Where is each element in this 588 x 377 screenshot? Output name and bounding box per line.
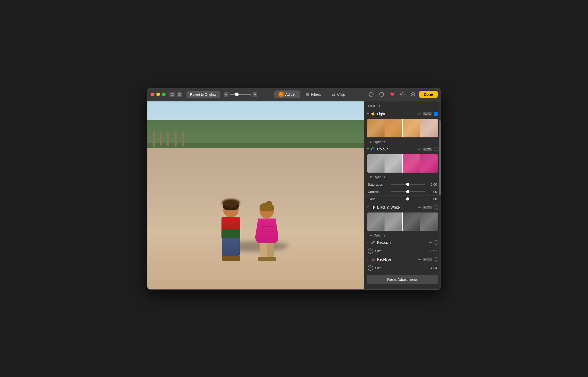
saturation-thumb[interactable] — [406, 183, 409, 186]
colour-thumb-strip[interactable] — [367, 154, 438, 173]
colour-thumb-3[interactable] — [403, 154, 421, 173]
retouch-actions: ↩ — [429, 240, 438, 245]
cast-thumb[interactable] — [406, 197, 409, 200]
fullscreen-button[interactable] — [162, 93, 166, 96]
favorite-button[interactable] — [388, 90, 396, 99]
retouch-chevron-icon: ▼ — [367, 241, 369, 244]
girl-head — [260, 203, 274, 218]
share-button[interactable] — [377, 90, 386, 99]
redeye-section-header[interactable]: ▼ Red-Eye ↩ AUTO — [364, 255, 441, 264]
single-view-button[interactable] — [169, 92, 175, 97]
contrast-thumb[interactable] — [406, 190, 409, 193]
adjust-panel: ADJUST ▼ ☀️ Light ↩ AUTO ✓ — [364, 101, 441, 289]
retouch-section-header[interactable]: ▼ Retouch ↩ — [364, 238, 441, 247]
revert-button[interactable]: Revert to Original — [187, 91, 220, 98]
colour-reset-icon[interactable]: ↩ — [418, 147, 421, 151]
colour-thumb-2[interactable] — [385, 154, 403, 173]
adjust-tab-label: Adjust — [285, 92, 295, 96]
info-button[interactable]: i — [367, 90, 375, 99]
contrast-track[interactable] — [391, 191, 425, 192]
bw-thumb-3[interactable] — [403, 212, 421, 231]
redeye-size-row: Size 34.34 — [364, 264, 441, 272]
light-thumb-1[interactable] — [367, 119, 385, 137]
colour-auto-badge[interactable]: AUTO — [423, 148, 432, 151]
tab-filters[interactable]: Filters — [301, 90, 326, 98]
light-section-header[interactable]: ▼ ☀️ Light ↩ AUTO ✓ — [364, 110, 441, 118]
bw-icon — [370, 205, 375, 210]
light-thumb-strip[interactable] — [367, 119, 438, 137]
cast-row: Cast 0.00 — [364, 195, 441, 203]
crop-tab-icon — [331, 92, 335, 96]
bw-thumb-strip[interactable] — [367, 212, 438, 231]
colour-thumb-divider — [402, 154, 403, 173]
retouch-size-label: Size — [375, 249, 429, 253]
boy-shoes — [222, 256, 240, 261]
crop-tab-label: Crop — [337, 92, 345, 96]
redeye-icon — [370, 257, 375, 262]
bw-auto-badge[interactable]: AUTO — [423, 206, 432, 209]
fence-post — [160, 132, 162, 145]
colour-thumb-1[interactable] — [367, 154, 385, 173]
fence-layer — [147, 131, 364, 147]
light-thumb-4[interactable] — [420, 119, 438, 137]
rotate-button[interactable] — [398, 90, 407, 99]
split-view-button[interactable] — [177, 92, 182, 97]
dress-pattern — [261, 226, 274, 227]
retouch-icon — [370, 240, 375, 245]
bw-section-header[interactable]: ▼ Black & White ↩ AUTO — [364, 203, 441, 211]
saturation-track[interactable] — [391, 184, 425, 185]
bw-thumb-4[interactable] — [420, 212, 438, 231]
colour-actions: ↩ AUTO — [418, 147, 438, 151]
retouch-reset-icon[interactable]: ↩ — [429, 240, 432, 245]
cast-value: 0.00 — [427, 197, 437, 201]
colour-thumb-4[interactable] — [420, 154, 438, 173]
cast-track[interactable] — [391, 199, 425, 199]
zoom-in-icon[interactable] — [253, 92, 257, 97]
tab-crop[interactable]: Crop — [327, 90, 350, 98]
zoom-slider[interactable] — [230, 94, 251, 95]
light-auto-badge[interactable]: AUTO — [423, 112, 432, 115]
cast-label: Cast — [368, 197, 389, 201]
colour-section-header[interactable]: ▼ — [364, 145, 441, 153]
svg-rect-2 — [180, 93, 181, 95]
saturation-label: Saturation — [368, 183, 389, 186]
colour-options-row[interactable]: ▶ Options — [364, 174, 441, 180]
retouch-size-row: Size 26.91 — [364, 247, 441, 255]
contrast-value: 0.00 — [427, 190, 437, 194]
bw-reset-icon[interactable]: ↩ — [418, 205, 421, 209]
colour-chevron-icon: ▼ — [367, 148, 369, 150]
light-icon: ☀️ — [370, 111, 375, 117]
light-thumb-2[interactable] — [385, 119, 403, 137]
light-thumb-3[interactable] — [403, 119, 421, 137]
boy-head — [223, 200, 239, 217]
bw-options-row[interactable]: ▶ Options — [364, 232, 441, 238]
girl-figure — [251, 203, 283, 261]
zoom-out-icon[interactable] — [224, 92, 229, 97]
light-toggle-circle[interactable]: ✓ — [434, 112, 438, 116]
colour-options-label: Options — [374, 175, 385, 179]
toolbar-right: i Done — [367, 90, 438, 99]
light-options-label: Options — [374, 140, 385, 144]
colour-options-chevron-icon: ▶ — [369, 176, 372, 178]
scrollbar-thumb[interactable] — [439, 120, 441, 195]
tab-adjust[interactable]: Adjust — [274, 90, 300, 98]
retouch-toggle-circle[interactable] — [434, 240, 438, 245]
redeye-toggle-circle[interactable] — [434, 257, 438, 262]
close-button[interactable] — [151, 93, 154, 96]
svg-point-22 — [373, 259, 373, 260]
reset-adjustments-button[interactable]: Reset Adjustments — [367, 275, 438, 284]
bw-toggle-circle[interactable] — [434, 205, 438, 210]
redeye-reset-icon[interactable]: ↩ — [418, 257, 421, 262]
enhance-button[interactable] — [409, 90, 417, 99]
bw-thumb-1[interactable] — [367, 212, 385, 231]
girl-legs — [260, 243, 274, 257]
minimize-button[interactable] — [156, 93, 160, 96]
bw-thumb-2[interactable] — [385, 212, 403, 231]
light-options-row[interactable]: ▶ Options — [364, 139, 441, 145]
colour-toggle-circle[interactable] — [434, 147, 438, 151]
colour-sliders: Saturation 0.00 Contrast 0.00 — [364, 180, 441, 203]
main-content: ADJUST ▼ ☀️ Light ↩ AUTO ✓ — [147, 101, 441, 289]
done-button[interactable]: Done — [419, 91, 438, 98]
redeye-auto-badge[interactable]: AUTO — [423, 258, 432, 261]
light-reset-icon[interactable]: ↩ — [418, 112, 421, 116]
